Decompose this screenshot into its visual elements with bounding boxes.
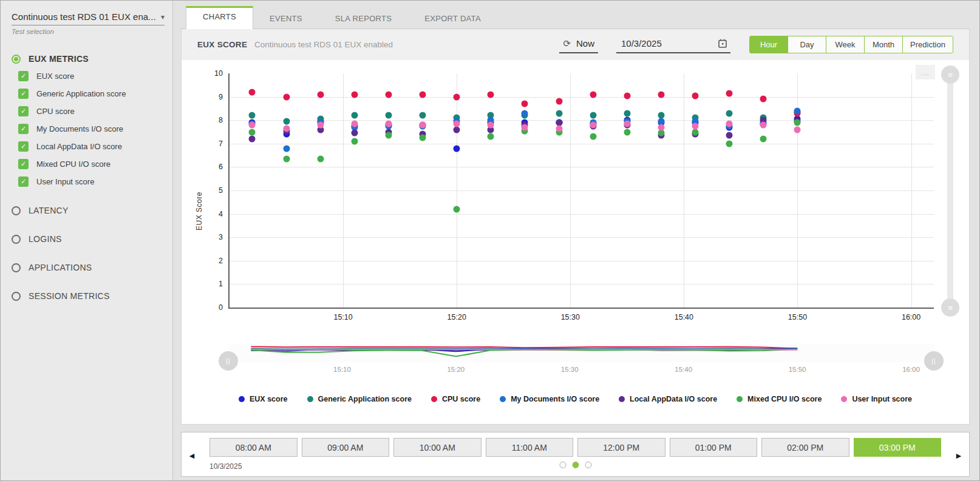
data-point-cpu-score[interactable] bbox=[590, 91, 596, 98]
data-point-user-input-score[interactable] bbox=[760, 121, 767, 128]
now-button[interactable]: ⟳ Now bbox=[559, 36, 598, 53]
data-point-cpu-score[interactable] bbox=[454, 93, 460, 100]
legend-item-user-input-score[interactable]: User Input score bbox=[841, 395, 912, 403]
data-point-mixed-cpu-i-o-score[interactable] bbox=[726, 140, 733, 147]
hour-button-03-00-pm[interactable]: 03:00 PM bbox=[854, 438, 942, 457]
checkbox-checked-icon[interactable]: ✓ bbox=[18, 124, 29, 134]
data-point-user-input-score[interactable] bbox=[249, 121, 256, 128]
tab-export-data[interactable]: EXPORT DATA bbox=[408, 6, 497, 29]
data-point-cpu-score[interactable] bbox=[317, 91, 324, 98]
data-point-generic-application-score[interactable] bbox=[556, 110, 562, 116]
radio-selected-icon[interactable] bbox=[12, 55, 21, 64]
checkbox-checked-icon[interactable]: ✓ bbox=[18, 89, 29, 99]
data-point-user-input-score[interactable] bbox=[420, 121, 426, 128]
data-point-user-input-score[interactable] bbox=[283, 125, 290, 132]
data-point-cpu-score[interactable] bbox=[351, 91, 358, 98]
data-point-eux-score[interactable] bbox=[454, 145, 460, 152]
data-point-my-documents-i-o-score[interactable] bbox=[283, 145, 290, 152]
metric-generic-application-score[interactable]: ✓Generic Application score bbox=[18, 89, 163, 99]
slider-handle-bottom-icon[interactable]: ≡ bbox=[941, 298, 959, 317]
metric-user-input-score[interactable]: ✓User Input score bbox=[18, 177, 163, 187]
data-point-local-appdata-i-o-score[interactable] bbox=[726, 132, 733, 139]
checkbox-checked-icon[interactable]: ✓ bbox=[18, 141, 29, 152]
data-point-cpu-score[interactable] bbox=[726, 90, 733, 96]
sidebar-item-eux-metrics[interactable]: EUX METRICS bbox=[12, 54, 163, 64]
data-point-generic-application-score[interactable] bbox=[249, 112, 256, 119]
data-point-generic-application-score[interactable] bbox=[283, 118, 290, 125]
data-point-cpu-score[interactable] bbox=[658, 91, 664, 98]
tab-charts[interactable]: CHARTS bbox=[186, 6, 253, 29]
range-button-day[interactable]: Day bbox=[788, 36, 826, 53]
data-point-cpu-score[interactable] bbox=[556, 98, 562, 105]
range-button-prediction[interactable]: Prediction bbox=[902, 36, 953, 53]
test-selection-dropdown[interactable]: Continuous test RDS 01 EUX ena... ▾ bbox=[12, 12, 165, 25]
legend-item-cpu-score[interactable]: CPU score bbox=[431, 395, 480, 403]
time-range-navigator[interactable]: || || bbox=[228, 344, 934, 362]
data-point-user-input-score[interactable] bbox=[556, 125, 562, 132]
data-point-generic-application-score[interactable] bbox=[385, 112, 392, 119]
data-point-user-input-score[interactable] bbox=[590, 121, 596, 128]
data-point-local-appdata-i-o-score[interactable] bbox=[249, 136, 256, 143]
data-point-cpu-score[interactable] bbox=[522, 101, 528, 107]
data-point-generic-application-score[interactable] bbox=[624, 110, 630, 116]
tab-events[interactable]: EVENTS bbox=[253, 6, 319, 29]
legend-item-my-documents-i-o-score[interactable]: My Documents I/O score bbox=[500, 395, 599, 403]
data-point-mixed-cpu-i-o-score[interactable] bbox=[454, 206, 460, 212]
checkbox-checked-icon[interactable]: ✓ bbox=[18, 177, 29, 187]
data-point-mixed-cpu-i-o-score[interactable] bbox=[420, 135, 426, 141]
radio-icon[interactable] bbox=[12, 235, 21, 244]
next-hours-arrow[interactable]: ▶ bbox=[951, 437, 967, 474]
sidebar-item-session-metrics[interactable]: SESSION METRICS bbox=[12, 291, 163, 301]
slider-handle-top-icon[interactable]: ≡ bbox=[941, 66, 959, 84]
data-point-my-documents-i-o-score[interactable] bbox=[794, 107, 801, 114]
legend-item-local-appdata-i-o-score[interactable]: Local AppData I/O score bbox=[619, 395, 717, 403]
tab-sla-reports[interactable]: SLA REPORTS bbox=[319, 6, 408, 29]
data-point-cpu-score[interactable] bbox=[283, 93, 290, 100]
data-point-generic-application-score[interactable] bbox=[590, 112, 596, 119]
hour-button-12-00-pm[interactable]: 12:00 PM bbox=[577, 438, 665, 457]
data-point-user-input-score[interactable] bbox=[726, 120, 733, 127]
data-point-generic-application-score[interactable] bbox=[726, 110, 733, 116]
vertical-zoom-slider[interactable]: ≡ ≡ bbox=[947, 73, 953, 309]
data-point-local-appdata-i-o-score[interactable] bbox=[351, 130, 358, 136]
range-button-hour[interactable]: Hour bbox=[749, 36, 788, 53]
metric-eux-score[interactable]: ✓EUX score bbox=[18, 71, 163, 81]
pagination-dot-1[interactable] bbox=[559, 462, 566, 468]
legend-item-mixed-cpu-i-o-score[interactable]: Mixed CPU I/O score bbox=[737, 395, 822, 403]
data-point-cpu-score[interactable] bbox=[385, 91, 392, 98]
sidebar-item-logins[interactable]: LOGINS bbox=[12, 234, 163, 244]
range-button-month[interactable]: Month bbox=[864, 36, 903, 53]
radio-icon[interactable] bbox=[12, 206, 21, 215]
data-point-mixed-cpu-i-o-score[interactable] bbox=[488, 133, 494, 140]
data-point-cpu-score[interactable] bbox=[760, 96, 767, 103]
data-point-user-input-score[interactable] bbox=[351, 120, 358, 127]
data-point-cpu-score[interactable] bbox=[488, 91, 494, 98]
navigator-left-handle-icon[interactable]: || bbox=[219, 351, 238, 371]
data-point-mixed-cpu-i-o-score[interactable] bbox=[624, 129, 630, 135]
previous-hours-arrow[interactable]: ◀ bbox=[184, 437, 200, 474]
hour-button-11-00-am[interactable]: 11:00 AM bbox=[486, 438, 574, 457]
data-point-mixed-cpu-i-o-score[interactable] bbox=[794, 119, 801, 126]
data-point-user-input-score[interactable] bbox=[794, 126, 801, 133]
metric-my-documents-i-o-score[interactable]: ✓My Documents I/O score bbox=[18, 124, 163, 134]
data-point-my-documents-i-o-score[interactable] bbox=[522, 110, 528, 116]
sidebar-item-applications[interactable]: APPLICATIONS bbox=[12, 263, 163, 272]
data-point-mixed-cpu-i-o-score[interactable] bbox=[249, 129, 256, 135]
date-picker-field[interactable]: 10/3/2025 bbox=[616, 36, 730, 53]
metric-local-appdata-i-o-score[interactable]: ✓Local AppData I/O score bbox=[18, 141, 163, 152]
data-point-user-input-score[interactable] bbox=[658, 124, 664, 130]
checkbox-checked-icon[interactable]: ✓ bbox=[18, 71, 29, 81]
checkbox-checked-icon[interactable]: ✓ bbox=[18, 106, 29, 116]
hour-button-02-00-pm[interactable]: 02:00 PM bbox=[761, 438, 849, 457]
range-button-week[interactable]: Week bbox=[826, 36, 865, 53]
data-point-cpu-score[interactable] bbox=[624, 92, 630, 99]
data-point-mixed-cpu-i-o-score[interactable] bbox=[658, 130, 664, 136]
navigator-right-handle-icon[interactable]: || bbox=[924, 351, 944, 371]
data-point-mixed-cpu-i-o-score[interactable] bbox=[351, 138, 358, 144]
checkbox-checked-icon[interactable]: ✓ bbox=[18, 159, 29, 169]
metric-mixed-cpu-i-o-score[interactable]: ✓Mixed CPU I/O score bbox=[18, 159, 163, 169]
data-point-cpu-score[interactable] bbox=[692, 92, 699, 99]
data-point-user-input-score[interactable] bbox=[317, 121, 324, 128]
data-point-user-input-score[interactable] bbox=[624, 120, 630, 127]
legend-item-eux-score[interactable]: EUX score bbox=[239, 395, 288, 403]
